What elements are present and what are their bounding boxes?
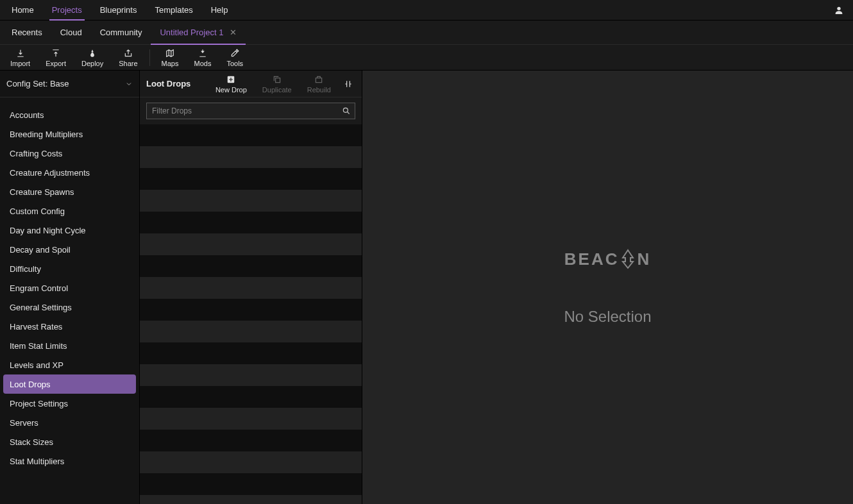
search-icon[interactable] [338,106,355,115]
user-icon[interactable] [834,5,844,15]
logo-text-after: N [637,249,651,269]
sidebar-item-engram-control[interactable]: Engram Control [3,278,136,298]
menu-item-home[interactable]: Home [3,0,43,21]
sidebar-item-item-stat-limits[interactable]: Item Stat Limits [3,336,136,355]
list-item[interactable] [140,364,362,386]
menu-item-blueprints[interactable]: Blueprints [91,0,146,21]
sidebar-item-levels-and-xp[interactable]: Levels and XP [3,355,136,374]
search-row [140,97,362,124]
toolbar: Import Export Deploy Share Maps Mods [0,45,853,71]
list-item[interactable] [140,321,362,342]
sidebar-item-general-settings[interactable]: General Settings [3,298,136,317]
no-selection-text: No Selection [564,308,651,326]
sidebar-item-decay-and-spoil[interactable]: Decay and Spoil [3,240,136,259]
mods-button[interactable]: Mods [187,45,219,71]
list-item[interactable] [140,299,362,321]
svg-point-4 [343,108,348,112]
list-item[interactable] [140,146,362,168]
subtabs-bar: Recents Cloud Community Untitled Project… [0,21,853,45]
list-item[interactable] [140,386,362,408]
share-icon [124,48,133,58]
sidebar-item-difficulty[interactable]: Difficulty [3,259,136,278]
share-label: Share [119,60,137,67]
tab-cloud[interactable]: Cloud [51,21,91,45]
category-list: AccountsBreeding MultipliersCrafting Cos… [0,97,139,504]
maps-label: Maps [162,60,179,67]
list-item[interactable] [140,168,362,190]
tools-icon [230,48,239,58]
beacon-logo: BEAC N [564,249,651,269]
toolbar-separator [149,49,150,66]
sidebar-item-stat-multipliers[interactable]: Stat Multipliers [3,451,136,471]
tools-button[interactable]: Tools [219,45,251,71]
middle-header: Loot Drops New Drop Duplicate Rebuild [140,71,362,97]
middle-panel: Loot Drops New Drop Duplicate Rebuild [140,71,362,504]
menu-item-templates[interactable]: Templates [146,0,201,21]
tab-project[interactable]: Untitled Project 1 ✕ [151,21,246,45]
left-sidebar: Config Set: Base AccountsBreeding Multip… [0,71,140,504]
filter-input[interactable] [147,106,338,115]
import-button[interactable]: Import [3,45,38,71]
list-item[interactable] [140,212,362,233]
config-set-selector[interactable]: Config Set: Base [0,71,139,97]
list-item[interactable] [140,430,362,451]
svg-point-0 [837,7,840,10]
deploy-label: Deploy [81,60,103,67]
list-item[interactable] [140,342,362,364]
list-item[interactable] [140,190,362,212]
sidebar-item-creature-spawns[interactable]: Creature Spawns [3,182,136,201]
import-icon [16,48,25,58]
deploy-button[interactable]: Deploy [74,45,111,71]
sidebar-item-servers[interactable]: Servers [3,413,136,432]
main-area: Config Set: Base AccountsBreeding Multip… [0,71,853,504]
rebuild-label: Rebuild [307,86,331,94]
sidebar-item-crafting-costs[interactable]: Crafting Costs [3,144,136,163]
list-item[interactable] [140,408,362,430]
chevron-down-icon [125,80,133,88]
list-item[interactable] [140,277,362,299]
export-icon [51,48,60,58]
list-item[interactable] [140,473,362,495]
drops-list [140,124,362,504]
list-item[interactable] [140,255,362,277]
list-item[interactable] [140,124,362,146]
search-wrap [146,103,355,119]
logo-text-before: BEAC [564,249,620,269]
sidebar-item-stack-sizes[interactable]: Stack Sizes [3,432,136,451]
list-item[interactable] [140,233,362,255]
mods-label: Mods [194,60,212,67]
sidebar-item-harvest-rates[interactable]: Harvest Rates [3,317,136,336]
deploy-icon [88,48,97,58]
tab-community[interactable]: Community [91,21,151,45]
new-drop-label: New Drop [215,86,247,94]
share-button[interactable]: Share [111,45,145,71]
resize-handle-icon[interactable] [341,80,355,88]
tab-recents[interactable]: Recents [3,21,51,45]
middle-title: Loot Drops [146,79,190,88]
sidebar-item-custom-config[interactable]: Custom Config [3,201,136,221]
sidebar-item-day-and-night-cycle[interactable]: Day and Night Cycle [3,221,136,240]
top-menu-items: HomeProjectsBlueprintsTemplatesHelp [3,0,237,21]
maps-button[interactable]: Maps [154,45,187,71]
menu-item-projects[interactable]: Projects [43,0,91,21]
export-button[interactable]: Export [38,45,74,71]
sidebar-item-accounts[interactable]: Accounts [3,105,136,124]
list-item[interactable] [140,451,362,473]
list-item[interactable] [140,495,362,504]
sidebar-item-creature-adjustments[interactable]: Creature Adjustments [3,163,136,182]
tools-label: Tools [226,60,243,67]
svg-rect-2 [275,78,280,82]
detail-panel: BEAC N No Selection [362,71,853,504]
duplicate-label: Duplicate [262,86,292,94]
close-icon[interactable]: ✕ [230,28,237,37]
logo-glyph-icon [620,249,636,269]
maps-icon [165,48,174,58]
sidebar-item-loot-drops[interactable]: Loot Drops [3,374,136,394]
menu-item-help[interactable]: Help [202,0,237,21]
config-set-label: Config Set: Base [6,79,69,88]
sidebar-item-project-settings[interactable]: Project Settings [3,394,136,413]
new-drop-button[interactable]: New Drop [210,74,252,94]
rebuild-button: Rebuild [302,74,336,94]
sidebar-item-breeding-multipliers[interactable]: Breeding Multipliers [3,124,136,144]
plus-icon [226,74,235,85]
